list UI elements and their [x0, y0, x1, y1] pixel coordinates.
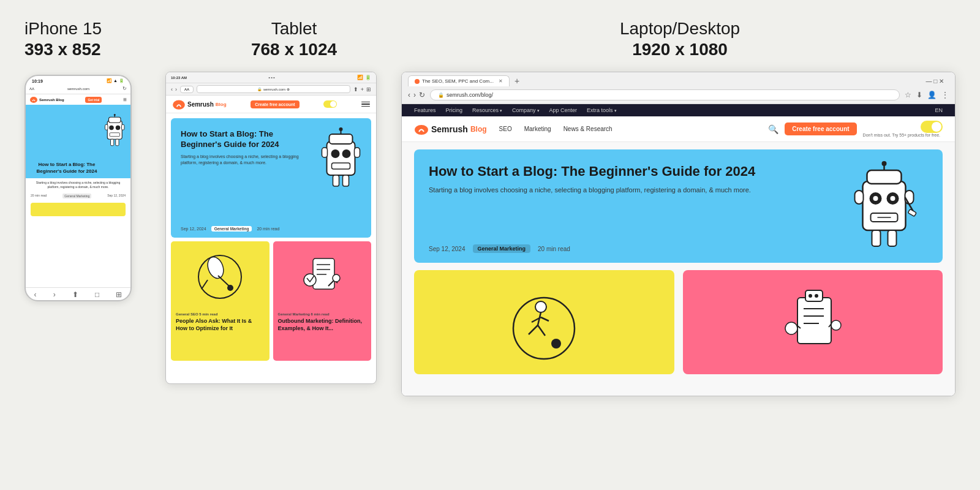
tablet-label-name: Tablet [184, 18, 404, 39]
desktop-forward-button[interactable]: › [413, 91, 416, 99]
tablet-toggle[interactable] [323, 100, 337, 108]
tablet-url-field[interactable]: 🔒 semrush.com ⊕ [197, 85, 350, 93]
svg-point-14 [331, 149, 340, 158]
desktop-tab-close-button[interactable]: ✕ [499, 78, 503, 84]
svg-rect-51 [908, 209, 916, 217]
iphone-trial-button[interactable]: Get trial [85, 97, 102, 103]
desktop-hero-title: How to Start a Blog: The Beginner's Guid… [429, 163, 820, 180]
tablet-aa-button[interactable]: AA [180, 86, 194, 93]
desktop-nav-resources[interactable]: Resources [472, 107, 502, 113]
iphone-tabs-icon[interactable]: ⊞ [116, 290, 122, 299]
desktop-blog-nav-marketing[interactable]: Marketing [524, 126, 551, 132]
iphone-share-icon[interactable]: ⬆ [72, 290, 78, 299]
desktop-blog-nav-news[interactable]: News & Research [564, 126, 612, 132]
desktop-top-nav-items: Features Pricing Resources Company App C… [414, 107, 617, 113]
tablet-site-header: Semrush Blog Create free account [166, 96, 376, 113]
tablet-create-account-button[interactable]: Create free account [251, 100, 299, 108]
svg-point-66 [815, 294, 818, 298]
desktop-cards-row [414, 270, 943, 374]
desktop-new-tab-button[interactable]: + [510, 76, 524, 86]
tablet-logo-blog: Blog [216, 102, 227, 107]
iphone-hero-meta: 20 min read General Marketing Sep 12, 20… [26, 192, 130, 200]
desktop-logo-semrush-text: Semrush [431, 124, 468, 134]
iphone-time: 10:19 [32, 79, 43, 83]
tablet-card-1-tag: General SEO 5 min read [176, 312, 265, 316]
tablet-hamburger-icon[interactable] [361, 102, 370, 107]
svg-point-22 [339, 127, 343, 131]
desktop-back-button[interactable]: ‹ [408, 91, 410, 99]
svg-rect-45 [867, 170, 902, 184]
iphone-nav: Semrush Blog Get trial ≡ [26, 94, 130, 105]
tablet-statusbar: 10:23 AM ••• 📶 🔋 [166, 72, 376, 83]
iphone-forward-icon[interactable]: › [53, 290, 56, 299]
desktop-top-navigation: Features Pricing Resources Company App C… [402, 104, 955, 116]
desktop-active-tab[interactable]: The SEO, SEM, PPC and Com... ✕ [408, 75, 510, 86]
iphone-back-icon[interactable]: ‹ [34, 290, 37, 299]
desktop-nav-features[interactable]: Features [414, 107, 436, 113]
desktop-label-dims: 1920 x 1080 [404, 39, 956, 60]
tablet-card-2-tag: General Marketing 6 min read [278, 312, 367, 316]
iphone-logo: Semrush Blog [29, 96, 64, 103]
tablet-nav-buttons: ‹ › [171, 86, 177, 92]
tablet-url-text: semrush.com ⊕ [263, 87, 290, 91]
svg-line-58 [541, 317, 549, 321]
desktop-label-name: Laptop/Desktop [404, 18, 956, 39]
svg-rect-20 [330, 134, 353, 144]
desktop-robot-illustration [837, 157, 932, 258]
desktop-nav-extra-tools[interactable]: Extra tools [587, 107, 616, 113]
iphone-robot-illustration [100, 111, 128, 154]
tablet-back-icon[interactable]: ‹ [171, 86, 173, 92]
desktop-secondary-navigation: Semrush Blog SEO Marketing News & Resear… [402, 116, 955, 142]
desktop-nav-pricing[interactable]: Pricing [446, 107, 463, 113]
desktop-toggle[interactable] [921, 121, 943, 133]
desktop-create-account-button[interactable]: Create free account [785, 123, 856, 135]
svg-point-59 [551, 339, 561, 349]
tablet-mockup: 10:23 AM ••• 📶 🔋 ‹ › AA 🔒 [165, 72, 377, 384]
tablet-card-1: General SEO 5 min read People Also Ask: … [171, 241, 270, 361]
svg-line-55 [529, 325, 538, 334]
desktop-url-field[interactable]: 🔒 semrush.com/blog/ [430, 89, 900, 100]
tablet-forward-icon[interactable]: › [175, 86, 177, 92]
desktop-reload-button[interactable]: ↻ [419, 91, 425, 99]
desktop-mockup: The SEO, SEM, PPC and Com... ✕ + — □ ✕ ‹… [401, 72, 956, 396]
desktop-hero-read-time: 20 min read [538, 246, 570, 252]
svg-point-15 [342, 149, 351, 158]
iphone-hamburger-icon[interactable]: ≡ [123, 96, 127, 103]
iphone-bookmarks-icon[interactable]: □ [95, 290, 99, 299]
desktop-bookmark-icon[interactable]: ☆ [905, 91, 911, 99]
desktop-nav-company[interactable]: Company [512, 107, 539, 113]
desktop-nav-app-center[interactable]: App Center [549, 107, 578, 113]
desktop-hero-text: How to Start a Blog: The Beginner's Guid… [429, 163, 820, 195]
tablet-urlbar: ‹ › AA 🔒 semrush.com ⊕ ⬆ + ⊞ [166, 83, 376, 96]
desktop-download-icon[interactable]: ⬇ [916, 91, 922, 99]
tablet-share-icon[interactable]: ⬆ [353, 86, 358, 92]
svg-rect-17 [355, 148, 360, 157]
iphone-date: Sep 12, 2024 [107, 194, 126, 198]
tablet-cards-row: General SEO 5 min read People Also Ask: … [166, 238, 376, 364]
desktop-search-button[interactable]: 🔍 [768, 124, 778, 134]
desktop-right-actions: 🔍 Create free account Don't miss out. Tr… [768, 121, 943, 137]
desktop-profile-icon[interactable]: 👤 [927, 91, 937, 99]
tablet-card-1-title: People Also Ask: What It Is & How to Opt… [176, 318, 265, 332]
tablet-tabs-icon[interactable]: ⊞ [366, 86, 371, 92]
tablet-label-dims: 768 x 1024 [184, 39, 404, 60]
svg-rect-18 [333, 175, 339, 186]
semrush-flame-icon-lg [414, 123, 429, 135]
tablet-add-tab-icon[interactable]: + [361, 86, 364, 92]
iphone-hero-text: How to Start a Blog: The Beginner's Guid… [31, 162, 103, 175]
iphone-category-badge: General Marketing [62, 194, 91, 198]
desktop-hero-desc: Starting a blog involves choosing a nich… [429, 185, 820, 195]
svg-rect-42 [905, 190, 914, 204]
svg-point-68 [831, 320, 841, 330]
svg-rect-16 [322, 148, 328, 157]
iphone-urlbar: AA semrush.com ↻ [26, 85, 130, 94]
desktop-more-icon[interactable]: ⋮ [941, 91, 949, 99]
iphone-logo-text: Semrush Blog [39, 98, 64, 102]
svg-point-53 [535, 301, 546, 312]
desktop-blog-nav-seo[interactable]: SEO [499, 126, 512, 132]
svg-line-26 [218, 276, 229, 286]
tablet-card-2-illustration [295, 246, 350, 304]
tablet-card-2-title: Outbound Marketing: Definition, Examples… [278, 318, 367, 332]
desktop-language-selector[interactable]: EN [935, 107, 943, 113]
svg-point-67 [785, 322, 797, 334]
